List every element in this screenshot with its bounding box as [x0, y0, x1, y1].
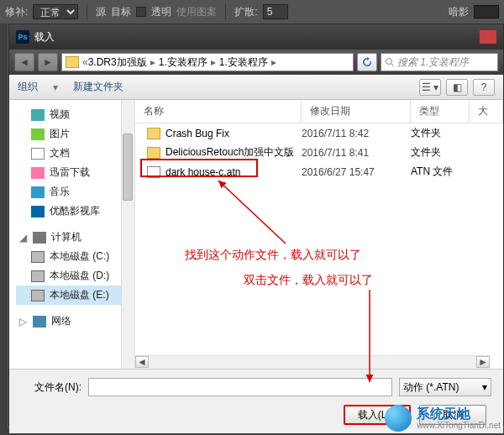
sidebar-drive-d[interactable]: 本地磁盘 (D:): [16, 266, 134, 286]
scroll-right[interactable]: ►: [476, 356, 490, 368]
dialog-title: 载入: [34, 30, 55, 45]
view-options-button[interactable]: ☰ ▾: [419, 79, 441, 96]
diffusion-input[interactable]: [263, 4, 288, 19]
folder-icon: [147, 147, 160, 159]
file-row[interactable]: Crash Bug Fix 2016/7/11 8:42 文件夹: [135, 123, 503, 143]
preview-pane-button[interactable]: ◧: [446, 79, 468, 96]
watermark: 系统天地 www.XiTongTianDi.net: [385, 405, 501, 432]
patch-label: 修补:: [5, 5, 28, 19]
network-icon: [33, 316, 46, 328]
sidebar-computer[interactable]: ◢计算机: [16, 228, 134, 247]
col-size[interactable]: 大: [470, 100, 503, 123]
col-date[interactable]: 修改日期: [302, 100, 411, 123]
svg-line-1: [391, 64, 394, 66]
file-list: 名称 修改日期 类型 大 Crash Bug Fix 2016/7/11 8:4…: [135, 100, 503, 369]
folder-icon: [66, 56, 79, 68]
close-icon[interactable]: [480, 30, 496, 44]
dialog-body: 视频 图片 文档 迅雷下载 音乐 优酷影视库 ◢计算机 本地磁盘 (C:) 本地…: [9, 100, 503, 369]
drive-icon: [31, 290, 45, 301]
sidebar-scrollbar[interactable]: [121, 100, 134, 369]
computer-icon: [33, 232, 46, 244]
sidebar: 视频 图片 文档 迅雷下载 音乐 优酷影视库 ◢计算机 本地磁盘 (C:) 本地…: [9, 100, 135, 369]
annotation-box: [140, 159, 258, 177]
music-icon: [31, 186, 45, 198]
src-btn[interactable]: 源: [96, 5, 106, 19]
filename-label: 文件名(N):: [21, 380, 81, 395]
navbar: ◄ ► « 3.DR3加强版▸ 1.安装程序▸ 1.安装程序▸ 搜索 1.安装程…: [9, 50, 503, 75]
nav-forward[interactable]: ►: [38, 53, 58, 71]
refresh-icon: [362, 57, 372, 67]
file-type-combo[interactable]: 动作 (*.ATN)▾: [399, 378, 491, 396]
sidebar-item-video[interactable]: 视频: [16, 105, 134, 124]
column-headers[interactable]: 名称 修改日期 类型 大: [135, 100, 503, 123]
crumb-0[interactable]: 3.DR3加强版: [88, 55, 147, 70]
scroll-left[interactable]: ◄: [135, 356, 149, 368]
search-icon: [385, 57, 395, 67]
chevron-down-icon: ▾: [482, 381, 487, 393]
youku-icon: [31, 206, 45, 218]
svg-point-0: [386, 59, 392, 65]
chevron-down-icon: ◢: [19, 232, 28, 244]
download-icon: [31, 167, 45, 179]
ps-toolbar: 修补: 正常 源 目标 透明 使用图案 扩散: 暗影: [0, 0, 504, 24]
col-name[interactable]: 名称: [135, 100, 302, 123]
new-folder-button[interactable]: 新建文件夹: [73, 80, 123, 94]
sidebar-item-youku[interactable]: 优酷影视库: [16, 202, 134, 221]
refresh-button[interactable]: [357, 53, 377, 71]
search-input[interactable]: 搜索 1.安装程序: [381, 53, 498, 71]
shadow-label: 暗影: [449, 5, 469, 19]
document-icon: [31, 148, 45, 160]
picture-icon: [31, 128, 45, 140]
dst-btn[interactable]: 目标: [111, 5, 131, 19]
drive-icon: [31, 270, 45, 282]
organize-bar: 组织▾ 新建文件夹 ☰ ▾ ◧ ?: [9, 75, 503, 100]
transparent-label: 透明: [151, 5, 171, 19]
organize-menu[interactable]: 组织: [18, 80, 38, 94]
globe-icon: [385, 405, 412, 432]
ps-icon: Ps: [16, 30, 29, 44]
sidebar-item-documents[interactable]: 文档: [16, 144, 134, 163]
nav-back[interactable]: ◄: [14, 53, 34, 71]
horizontal-scrollbar[interactable]: ◄ ►: [135, 355, 490, 369]
help-button[interactable]: ?: [473, 79, 495, 96]
folder-icon: [147, 128, 160, 139]
use-pattern-btn: 使用图案: [176, 5, 217, 19]
col-type[interactable]: 类型: [411, 100, 470, 123]
diffusion-label: 扩散:: [234, 5, 257, 19]
drive-icon: [31, 251, 45, 263]
breadcrumb[interactable]: « 3.DR3加强版▸ 1.安装程序▸ 1.安装程序▸: [61, 53, 354, 71]
sidebar-item-downloads[interactable]: 迅雷下载: [16, 163, 134, 182]
sidebar-drive-e[interactable]: 本地磁盘 (E:): [16, 286, 134, 305]
sidebar-item-pictures[interactable]: 图片: [16, 124, 134, 144]
file-dialog: Ps 载入 ◄ ► « 3.DR3加强版▸ 1.安装程序▸ 1.安装程序▸ 搜索…: [8, 24, 504, 427]
filename-input[interactable]: [88, 378, 392, 396]
titlebar[interactable]: Ps 载入: [9, 24, 503, 50]
shadow-swatch[interactable]: [474, 5, 499, 18]
crumb-1[interactable]: 1.安装程序: [159, 55, 207, 70]
sidebar-drive-c[interactable]: 本地磁盘 (C:): [16, 247, 134, 266]
crumb-2[interactable]: 1.安装程序: [219, 55, 268, 70]
patch-mode[interactable]: 正常: [33, 4, 78, 19]
sidebar-item-music[interactable]: 音乐: [16, 182, 134, 202]
video-icon: [31, 109, 45, 121]
sidebar-network[interactable]: ▷网络: [16, 312, 134, 331]
transparent-check[interactable]: [136, 7, 146, 17]
chevron-right-icon: ▷: [19, 316, 28, 328]
